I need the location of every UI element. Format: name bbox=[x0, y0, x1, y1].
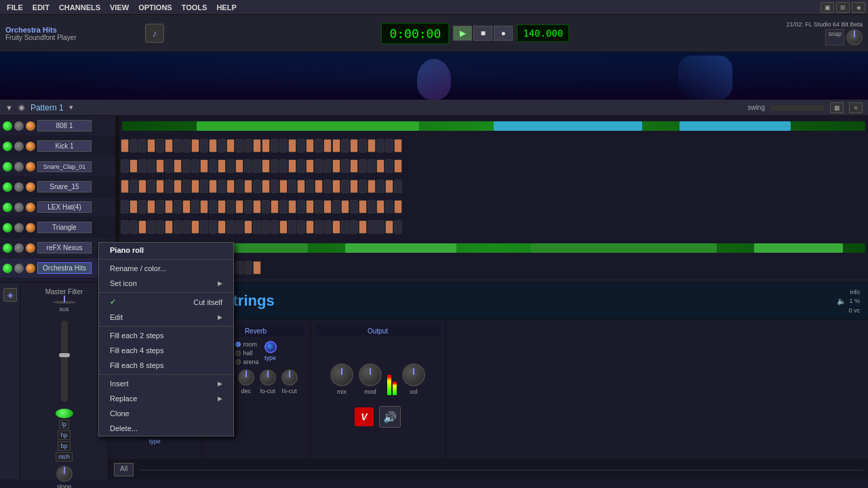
step[interactable] bbox=[376, 139, 384, 152]
ch-active-kick[interactable] bbox=[3, 142, 12, 151]
step[interactable] bbox=[253, 159, 261, 173]
step[interactable] bbox=[226, 139, 235, 152]
step[interactable] bbox=[368, 139, 376, 152]
plugin-icon[interactable]: ♪ bbox=[145, 24, 164, 43]
toolbar-icon-3[interactable]: ◈ bbox=[852, 2, 865, 13]
step[interactable] bbox=[200, 220, 208, 234]
step[interactable] bbox=[165, 139, 173, 152]
step[interactable] bbox=[209, 159, 217, 173]
step[interactable] bbox=[156, 180, 164, 193]
step[interactable] bbox=[253, 200, 261, 214]
step[interactable] bbox=[385, 139, 393, 152]
ctx-edit[interactable]: Edit bbox=[99, 310, 233, 325]
step[interactable] bbox=[156, 139, 164, 152]
output-vol-knob[interactable] bbox=[402, 363, 425, 386]
tempo-display[interactable]: 140.000 bbox=[517, 24, 569, 42]
reverb-arena-radio[interactable] bbox=[235, 359, 241, 365]
ch-active-orch[interactable] bbox=[3, 264, 12, 273]
ctx-set-icon[interactable]: Set icon bbox=[99, 276, 233, 291]
step[interactable] bbox=[262, 200, 270, 214]
step[interactable] bbox=[297, 139, 305, 152]
step[interactable] bbox=[130, 220, 138, 234]
step[interactable] bbox=[165, 200, 173, 214]
step[interactable] bbox=[182, 200, 191, 214]
step[interactable] bbox=[341, 220, 349, 234]
pattern-view-btn2[interactable]: ≡ bbox=[849, 102, 863, 113]
step[interactable] bbox=[226, 180, 235, 193]
step[interactable] bbox=[394, 139, 402, 152]
ch-name-kick[interactable]: Kick 1 bbox=[37, 140, 92, 152]
ctx-insert[interactable]: Insert bbox=[99, 376, 233, 391]
step[interactable] bbox=[138, 220, 146, 234]
vol-slider[interactable] bbox=[61, 321, 68, 402]
filter-type-bp[interactable]: bp bbox=[58, 441, 70, 451]
pattern-dropdown[interactable]: ▾ bbox=[69, 103, 73, 112]
step[interactable] bbox=[138, 139, 146, 152]
step[interactable] bbox=[244, 180, 252, 193]
reverb-hall-radio[interactable] bbox=[235, 350, 241, 356]
step[interactable] bbox=[385, 159, 393, 173]
step[interactable] bbox=[271, 220, 279, 234]
step[interactable] bbox=[209, 180, 217, 193]
step[interactable] bbox=[235, 159, 243, 173]
step[interactable] bbox=[121, 180, 129, 193]
step[interactable] bbox=[218, 139, 226, 152]
step[interactable] bbox=[350, 139, 358, 152]
step[interactable] bbox=[271, 159, 279, 173]
ctx-rename[interactable]: Rename / color... bbox=[99, 261, 233, 276]
step[interactable] bbox=[191, 159, 199, 173]
step[interactable] bbox=[297, 220, 305, 234]
ch-mute-808[interactable] bbox=[14, 121, 24, 131]
step[interactable] bbox=[323, 200, 332, 214]
filter-on-btn[interactable] bbox=[56, 409, 73, 418]
step[interactable] bbox=[279, 159, 288, 173]
filter-type-hp[interactable]: hp bbox=[58, 430, 70, 440]
step[interactable] bbox=[394, 180, 402, 193]
step[interactable] bbox=[130, 139, 138, 152]
step[interactable] bbox=[306, 159, 314, 173]
step[interactable] bbox=[315, 180, 323, 193]
step[interactable] bbox=[156, 159, 164, 173]
vol-slider-thumb[interactable] bbox=[59, 353, 70, 357]
step[interactable] bbox=[288, 159, 296, 173]
step[interactable] bbox=[218, 159, 226, 173]
step[interactable] bbox=[182, 139, 191, 152]
step[interactable] bbox=[323, 180, 332, 193]
step[interactable] bbox=[156, 220, 164, 234]
ch-active-s15[interactable] bbox=[3, 182, 12, 192]
step[interactable] bbox=[288, 139, 296, 152]
menu-file[interactable]: FILE bbox=[3, 2, 27, 13]
filter-type-lp[interactable]: lp bbox=[59, 420, 69, 429]
play-button[interactable]: ▶ bbox=[453, 26, 472, 41]
swing-slider[interactable] bbox=[770, 105, 825, 110]
step[interactable] bbox=[235, 180, 243, 193]
step[interactable] bbox=[147, 159, 155, 173]
step[interactable] bbox=[341, 180, 349, 193]
step[interactable] bbox=[359, 180, 367, 193]
ch-name-tri[interactable]: Triangle bbox=[37, 222, 92, 233]
step[interactable] bbox=[165, 159, 173, 173]
step[interactable] bbox=[297, 200, 305, 214]
ch-name-sc[interactable]: Snare_Clap_01 bbox=[37, 161, 92, 172]
step[interactable] bbox=[279, 139, 288, 152]
ch-name-s15[interactable]: Snare_15 bbox=[37, 181, 92, 192]
step[interactable] bbox=[394, 220, 402, 234]
step[interactable] bbox=[200, 159, 208, 173]
step[interactable] bbox=[394, 159, 402, 173]
step[interactable] bbox=[315, 159, 323, 173]
step[interactable] bbox=[350, 220, 358, 234]
step[interactable] bbox=[235, 220, 243, 234]
menu-view[interactable]: VIEW bbox=[106, 2, 133, 13]
menu-edit[interactable]: EDIT bbox=[28, 2, 54, 13]
step[interactable] bbox=[253, 180, 261, 193]
sidebar-icon-1[interactable]: ◈ bbox=[3, 288, 17, 302]
step[interactable] bbox=[279, 180, 288, 193]
step[interactable] bbox=[376, 220, 384, 234]
step[interactable] bbox=[262, 220, 270, 234]
step[interactable] bbox=[218, 200, 226, 214]
step[interactable] bbox=[218, 220, 226, 234]
ctx-piano-roll[interactable]: Piano roll bbox=[99, 243, 233, 258]
step[interactable] bbox=[341, 139, 349, 152]
step[interactable] bbox=[271, 139, 279, 152]
step[interactable] bbox=[332, 139, 340, 152]
